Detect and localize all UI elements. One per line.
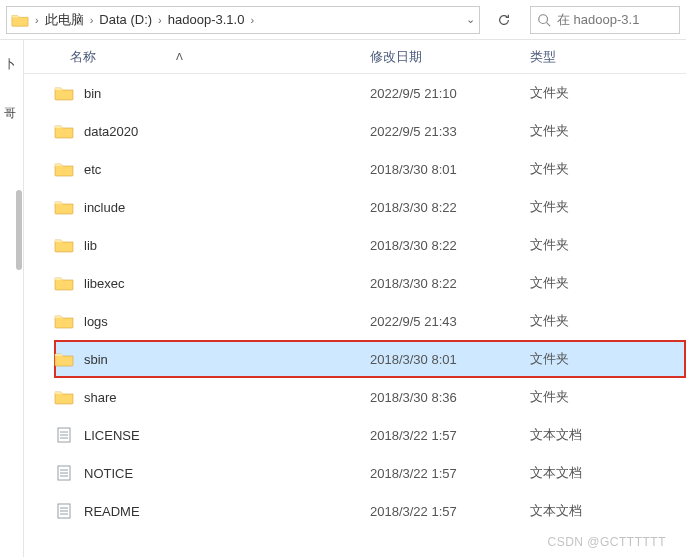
file-date: 2018/3/30 8:01 [370,352,530,367]
file-row[interactable]: README2018/3/22 1:57文本文档 [54,492,686,530]
folder-icon [54,199,82,215]
file-type: 文件夹 [530,388,650,406]
file-type: 文件夹 [530,198,650,216]
chevron-right-icon[interactable]: › [35,14,39,26]
file-row[interactable]: share2018/3/30 8:36文件夹 [54,378,686,416]
file-row[interactable]: libexec2018/3/30 8:22文件夹 [54,264,686,302]
file-date: 2018/3/30 8:22 [370,276,530,291]
file-name: README [82,504,370,519]
file-row[interactable]: etc2018/3/30 8:01文件夹 [54,150,686,188]
file-type: 文件夹 [530,122,650,140]
file-date: 2022/9/5 21:33 [370,124,530,139]
file-icon [54,465,82,481]
file-row[interactable]: data20202022/9/5 21:33文件夹 [54,112,686,150]
folder-icon [54,237,82,253]
file-row[interactable]: lib2018/3/30 8:22文件夹 [54,226,686,264]
breadcrumb-segment[interactable]: 此电脑 [41,11,88,29]
file-name: NOTICE [82,466,370,481]
file-list: bin2022/9/5 21:10文件夹data20202022/9/5 21:… [24,74,686,530]
file-type: 文件夹 [530,350,650,368]
file-type: 文本文档 [530,464,650,482]
sort-indicator-icon: ᐱ [176,51,183,62]
watermark: CSDN @GCTTTTTT [548,535,667,549]
column-header-type[interactable]: 类型 [530,48,650,66]
svg-point-4 [539,14,548,23]
folder-icon [54,313,82,329]
file-date: 2018/3/22 1:57 [370,466,530,481]
file-date: 2018/3/30 8:22 [370,238,530,253]
search-input[interactable]: 在 hadoop-3.1 [530,6,680,34]
search-icon [537,13,551,27]
file-date: 2018/3/30 8:36 [370,390,530,405]
file-name: share [82,390,370,405]
file-name: libexec [82,276,370,291]
chevron-right-icon[interactable]: › [158,14,162,26]
svg-line-5 [547,22,551,26]
file-name: LICENSE [82,428,370,443]
file-row[interactable]: include2018/3/30 8:22文件夹 [54,188,686,226]
file-date: 2018/3/22 1:57 [370,504,530,519]
file-type: 文件夹 [530,160,650,178]
file-date: 2022/9/5 21:10 [370,86,530,101]
column-headers: 名称 ᐱ 修改日期 类型 [0,40,686,74]
column-header-name[interactable]: 名称 [70,48,96,66]
file-type: 文件夹 [530,274,650,292]
folder-icon [54,85,82,101]
file-name: data2020 [82,124,370,139]
folder-icon [54,275,82,291]
file-name: etc [82,162,370,177]
search-placeholder: 在 hadoop-3.1 [557,11,639,29]
file-name: bin [82,86,370,101]
folder-icon [11,12,29,28]
file-icon [54,503,82,519]
breadcrumb[interactable]: › 此电脑 › Data (D:) › hadoop-3.1.0 › ⌄ [6,6,480,34]
file-row[interactable]: sbin2018/3/30 8:01文件夹 [54,340,686,378]
file-type: 文本文档 [530,502,650,520]
nav-pane-edge: 卜 哥 [0,40,24,557]
file-date: 2018/3/22 1:57 [370,428,530,443]
nav-scrollbar[interactable] [16,190,22,270]
chevron-down-icon[interactable]: ⌄ [466,13,475,26]
file-name: logs [82,314,370,329]
column-header-date[interactable]: 修改日期 [370,48,530,66]
file-type: 文本文档 [530,426,650,444]
breadcrumb-segment[interactable]: hadoop-3.1.0 [164,12,249,27]
breadcrumb-segment[interactable]: Data (D:) [95,12,156,27]
file-date: 2022/9/5 21:43 [370,314,530,329]
file-icon [54,427,82,443]
file-type: 文件夹 [530,84,650,102]
file-name: include [82,200,370,215]
folder-icon [54,351,82,367]
file-type: 文件夹 [530,236,650,254]
file-date: 2018/3/30 8:01 [370,162,530,177]
refresh-button[interactable] [490,6,518,34]
file-row[interactable]: logs2022/9/5 21:43文件夹 [54,302,686,340]
file-row[interactable]: bin2022/9/5 21:10文件夹 [54,74,686,112]
folder-icon [54,161,82,177]
address-toolbar: › 此电脑 › Data (D:) › hadoop-3.1.0 › ⌄ 在 h… [0,0,686,40]
folder-icon [54,123,82,139]
chevron-right-icon[interactable]: › [250,14,254,26]
chevron-right-icon[interactable]: › [90,14,94,26]
file-type: 文件夹 [530,312,650,330]
file-date: 2018/3/30 8:22 [370,200,530,215]
file-name: sbin [82,352,370,367]
folder-icon [54,389,82,405]
file-row[interactable]: LICENSE2018/3/22 1:57文本文档 [54,416,686,454]
file-name: lib [82,238,370,253]
file-row[interactable]: NOTICE2018/3/22 1:57文本文档 [54,454,686,492]
